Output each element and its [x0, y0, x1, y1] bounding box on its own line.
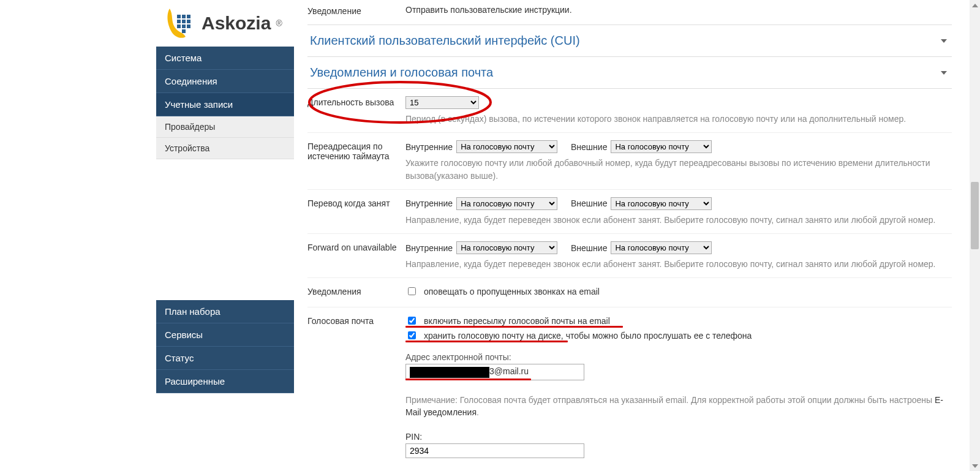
svg-rect-8	[187, 24, 190, 28]
row-forward-timeout: Переадресация по истечению таймаута Внут…	[307, 133, 952, 190]
forward-unavailable-external-label: Внешние	[571, 243, 607, 253]
scroll-down-button[interactable]	[970, 461, 980, 465]
annotation-underline	[405, 341, 568, 342]
call-duration-hint: Период (в секундах) вызова, по истечении…	[405, 113, 952, 125]
row-forward-unavailable: Forward on unavailable Внутренние На гол…	[307, 234, 952, 278]
sidebar-item-accounts[interactable]: Учетные записи	[156, 93, 294, 116]
sidebar-item-system[interactable]: Система	[156, 47, 294, 70]
redacted-icon	[410, 367, 489, 378]
annotation-underline	[405, 379, 531, 380]
svg-rect-2	[187, 15, 190, 18]
sidebar-item-connections[interactable]: Соединения	[156, 70, 294, 93]
row-call-duration: Длительность вызова 15 Период (в секунда…	[307, 89, 952, 133]
brand-logo: Askozia ®	[156, 0, 294, 47]
forward-unavailable-label: Forward on unavailable	[307, 241, 405, 270]
forward-unavailable-hint: Направление, куда будет переведен звонок…	[405, 258, 952, 270]
forward-busy-label: Перевод когда занят	[307, 197, 405, 226]
svg-rect-7	[182, 24, 186, 28]
call-duration-label: Длительность вызова	[307, 96, 405, 125]
voicemail-pin-label: PIN:	[405, 432, 952, 442]
svg-rect-1	[182, 15, 186, 18]
row-notifications: Уведомления оповещать о пропущенных звон…	[307, 278, 952, 307]
sidebar-subitem-devices[interactable]: Устройства	[156, 138, 294, 159]
forward-unavailable-external-select[interactable]: На голосовую почту	[611, 241, 712, 254]
section-cui[interactable]: Клиентский пользовательский интерфейс (C…	[307, 25, 952, 57]
voicemail-forward-email-checkbox[interactable]	[408, 317, 416, 325]
voicemail-email-field[interactable]: 3@mail.ru	[405, 364, 584, 380]
forward-busy-external-label: Внешние	[571, 198, 607, 208]
notifications-label: Уведомления	[307, 285, 405, 300]
annotation-underline	[405, 326, 623, 328]
brand-name: Askozia	[202, 14, 271, 32]
notification-label: Уведомление	[307, 5, 405, 16]
svg-rect-4	[182, 20, 186, 23]
svg-rect-3	[177, 20, 181, 23]
forward-unavailable-internal-select[interactable]: На голосовую почту	[456, 241, 557, 254]
forward-busy-internal-select[interactable]: На голосовую почту	[456, 197, 557, 210]
chevron-down-icon	[941, 39, 947, 43]
voicemail-forward-email-label: включить пересылку голосовой почты на em…	[424, 316, 610, 326]
sidebar-item-dialplan[interactable]: План набора	[156, 300, 294, 323]
forward-timeout-external-label: Внешние	[571, 142, 607, 152]
scroll-track[interactable]	[970, 10, 980, 461]
notification-row: Уведомление Отправить пользовательские и…	[307, 0, 952, 25]
svg-rect-5	[187, 20, 190, 23]
scrollbar[interactable]	[970, 0, 980, 465]
forward-busy-external-select[interactable]: На голосовую почту	[611, 197, 712, 210]
phone-dialpad-icon	[162, 6, 197, 40]
forward-unavailable-internal-label: Внутренние	[405, 243, 453, 253]
registered-icon: ®	[276, 18, 282, 28]
forward-timeout-external-select[interactable]: На голосовую почту	[611, 140, 712, 153]
voicemail-pin-field[interactable]	[405, 443, 584, 458]
forward-timeout-internal-select[interactable]: На голосовую почту	[456, 140, 557, 153]
scroll-thumb[interactable]	[971, 182, 979, 249]
row-voicemail: Голосовая почта включить пересылку голос…	[307, 307, 952, 465]
voicemail-label: Голосовая почта	[307, 315, 405, 458]
sidebar-item-advanced[interactable]: Расширенные	[156, 370, 294, 393]
voicemail-email-label: Адрес электронной почты:	[405, 352, 952, 362]
section-nv-title: Уведомления и голосовая почта	[310, 66, 493, 80]
missed-calls-email-checkbox[interactable]	[408, 287, 416, 295]
missed-calls-email-label: оповещать о пропущенных звонках на email	[424, 287, 600, 296]
sidebar-item-status[interactable]: Статус	[156, 347, 294, 370]
sidebar-subitem-providers[interactable]: Провайдеры	[156, 116, 294, 138]
svg-rect-6	[177, 24, 181, 28]
section-cui-title: Клиентский пользовательский интерфейс (C…	[310, 34, 580, 48]
voicemail-store-disk-label: хранить голосовую почту на диске, чтобы …	[424, 331, 752, 341]
voicemail-email-suffix: 3@mail.ru	[489, 366, 529, 376]
voicemail-store-disk-checkbox[interactable]	[408, 331, 416, 339]
forward-timeout-label: Переадресация по истечению таймаута	[307, 140, 405, 182]
svg-rect-9	[182, 29, 186, 33]
svg-rect-0	[177, 15, 181, 18]
chevron-down-icon	[941, 71, 947, 75]
call-duration-select[interactable]: 15	[405, 96, 479, 109]
forward-timeout-internal-label: Внутренние	[405, 142, 453, 152]
section-notifications-voicemail[interactable]: Уведомления и голосовая почта	[307, 57, 952, 89]
row-forward-busy: Перевод когда занят Внутренние На голосо…	[307, 190, 952, 234]
notification-action[interactable]: Отправить пользовательские инструкции.	[405, 5, 952, 16]
forward-busy-hint: Направление, куда будет переведен звонок…	[405, 214, 952, 226]
sidebar-item-services[interactable]: Сервисы	[156, 323, 294, 347]
forward-busy-internal-label: Внутренние	[405, 198, 453, 208]
scroll-up-button[interactable]	[970, 0, 980, 10]
forward-timeout-hint: Укажите голосовую почту или любой добаво…	[405, 157, 952, 182]
voicemail-note: Примечание: Голосовая почта будет отправ…	[405, 394, 952, 419]
